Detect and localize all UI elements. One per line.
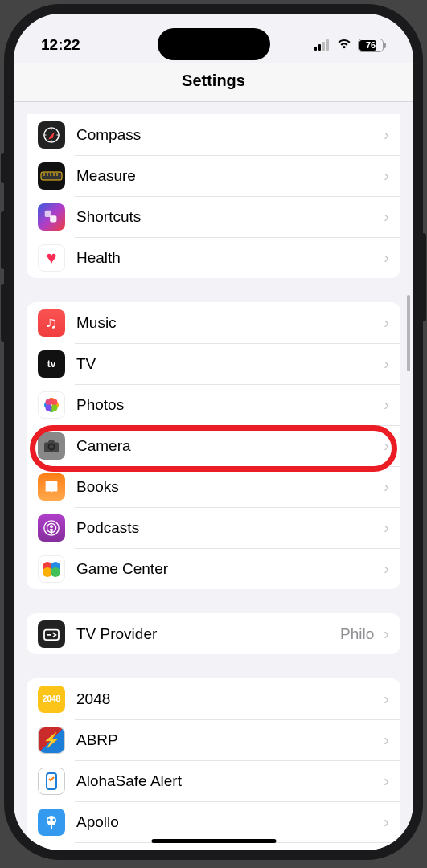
dynamic-island	[158, 28, 270, 60]
chevron-right-icon: ›	[377, 207, 400, 226]
svg-point-10	[51, 404, 58, 411]
chevron-right-icon: ›	[377, 436, 400, 455]
chevron-right-icon: ›	[377, 813, 400, 831]
row-detail: Philo	[340, 625, 377, 643]
chevron-right-icon: ›	[377, 477, 400, 496]
row-label: Measure	[65, 167, 377, 185]
row-label: 2048	[65, 690, 377, 708]
chevron-right-icon: ›	[377, 731, 400, 749]
chevron-right-icon: ›	[377, 559, 400, 578]
music-icon: ♫	[38, 309, 65, 337]
applestore-icon	[38, 850, 65, 851]
row-label: Books	[65, 478, 377, 496]
settings-row-shortcuts[interactable]: Shortcuts›	[27, 196, 400, 237]
row-label: Health	[65, 249, 377, 267]
settings-group-media: ♫Music›tvTV›Photos›Camera›Books›Podcasts…	[27, 302, 400, 589]
chevron-right-icon: ›	[377, 166, 400, 185]
chevron-right-icon: ›	[377, 354, 400, 373]
chevron-right-icon: ›	[377, 518, 400, 537]
row-label: AlohaSafe Alert	[65, 772, 377, 790]
row-label: Camera	[65, 437, 377, 455]
settings-group-thirdparty: 20482048›⚡ABRP›AlohaSafe Alert›Apollo›Ap…	[27, 678, 400, 850]
settings-row-tv[interactable]: tvTV›	[27, 343, 400, 384]
settings-row-compass[interactable]: Compass›	[27, 114, 400, 155]
chevron-right-icon: ›	[377, 772, 400, 790]
abrp-icon: ⚡	[38, 727, 65, 754]
settings-group-builtins1: Compass›Measure›Shortcuts›♥Health›	[27, 114, 400, 278]
compass-icon	[38, 121, 65, 149]
settings-row-apollo[interactable]: Apollo›	[27, 801, 400, 842]
gamecenter-icon	[38, 555, 65, 583]
settings-row-abrp[interactable]: ⚡ABRP›	[27, 719, 400, 760]
row-label: Compass	[65, 126, 377, 144]
svg-rect-3	[50, 215, 56, 222]
chevron-right-icon: ›	[377, 395, 400, 414]
row-label: Game Center	[65, 560, 377, 578]
chevron-right-icon: ›	[377, 248, 400, 267]
settings-list[interactable]: Compass›Measure›Shortcuts›♥Health›♫Music…	[14, 14, 413, 850]
chevron-right-icon: ›	[377, 690, 400, 708]
podcasts-icon	[38, 514, 65, 542]
settings-row-health[interactable]: ♥Health›	[27, 237, 400, 278]
settings-group-tvprovider: TV ProviderPhilo›	[27, 613, 400, 654]
chevron-right-icon: ›	[377, 624, 400, 643]
row-label: Apollo	[65, 813, 377, 831]
settings-row-gamecenter[interactable]: Game Center›	[27, 548, 400, 589]
row-label: Podcasts	[65, 519, 377, 537]
2048-icon: 2048	[38, 686, 65, 713]
svg-rect-21	[47, 773, 56, 789]
chevron-right-icon: ›	[377, 125, 400, 144]
screen: 12:22 76 Settings Compass›Measure›Shortc…	[14, 14, 413, 850]
svg-point-15	[50, 525, 53, 528]
tv-icon: tv	[38, 350, 65, 378]
row-label: TV	[65, 355, 377, 373]
row-label: Music	[65, 314, 377, 332]
chevron-right-icon: ›	[377, 313, 400, 332]
settings-row-aloha[interactable]: AlohaSafe Alert›	[27, 760, 400, 801]
svg-point-11	[46, 404, 52, 411]
svg-point-22	[47, 816, 56, 825]
settings-row-camera[interactable]: Camera›	[27, 425, 400, 466]
row-label: TV Provider	[65, 625, 340, 643]
settings-row-music[interactable]: ♫Music›	[27, 302, 400, 343]
aloha-icon	[38, 768, 65, 795]
phone-frame: 12:22 76 Settings Compass›Measure›Shortc…	[4, 4, 423, 860]
settings-row-applestore[interactable]: Apple Store›	[27, 842, 400, 850]
row-label: ABRP	[65, 731, 377, 749]
row-label: Photos	[65, 396, 377, 414]
settings-row-tvprovider[interactable]: TV ProviderPhilo›	[27, 613, 400, 654]
apollo-icon	[38, 809, 65, 836]
shortcuts-icon	[38, 203, 65, 231]
svg-point-24	[53, 818, 55, 821]
svg-point-23	[48, 818, 51, 821]
svg-point-19	[51, 567, 60, 577]
measure-icon	[38, 162, 65, 190]
settings-row-photos[interactable]: Photos›	[27, 384, 400, 425]
settings-row-measure[interactable]: Measure›	[27, 155, 400, 196]
books-icon	[38, 473, 65, 501]
health-icon: ♥	[38, 244, 65, 272]
settings-row-podcasts[interactable]: Podcasts›	[27, 507, 400, 548]
row-label: Shortcuts	[65, 208, 377, 226]
home-indicator[interactable]	[151, 839, 276, 843]
tvprovider-icon	[38, 620, 65, 648]
camera-icon	[38, 432, 65, 460]
settings-row-2048[interactable]: 20482048›	[27, 678, 400, 719]
svg-point-8	[46, 399, 52, 405]
photos-icon	[38, 391, 65, 419]
svg-point-9	[51, 399, 58, 405]
settings-row-books[interactable]: Books›	[27, 466, 400, 507]
scroll-indicator[interactable]	[407, 295, 410, 371]
